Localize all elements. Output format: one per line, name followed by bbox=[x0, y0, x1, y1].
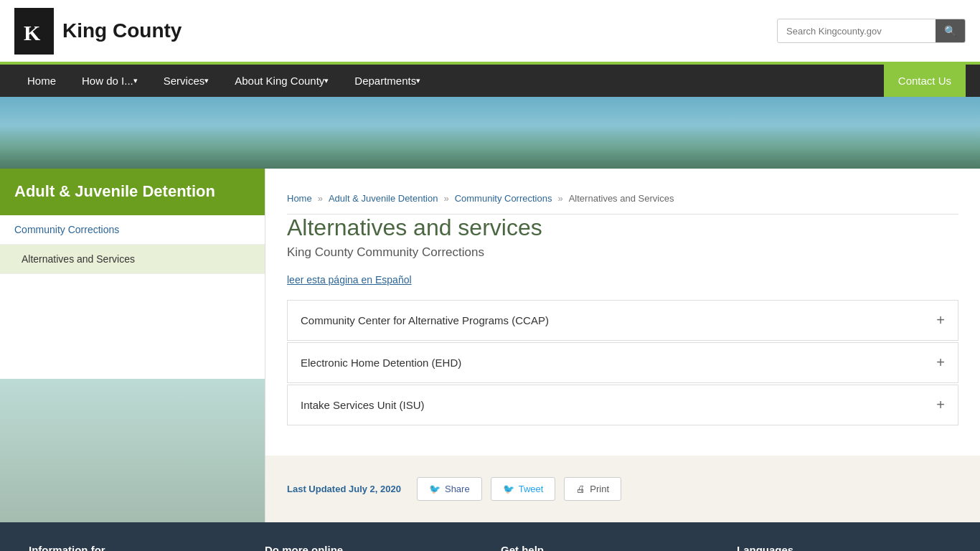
page-title: Alternatives and services bbox=[287, 215, 958, 241]
content-inner: Home » Adult & Juvenile Detention » Comm… bbox=[265, 169, 980, 456]
sidebar: Adult & Juvenile Detention Community Cor… bbox=[0, 169, 265, 522]
last-updated: Last Updated July 2, 2020 bbox=[287, 484, 401, 494]
search-button[interactable]: 🔍 bbox=[936, 19, 965, 42]
last-updated-date: July 2, 2020 bbox=[349, 484, 401, 494]
breadcrumb: Home » Adult & Juvenile Detention » Comm… bbox=[287, 183, 958, 214]
breadcrumb-detention[interactable]: Adult & Juvenile Detention bbox=[329, 193, 438, 204]
spanish-link[interactable]: leer esta página en Español bbox=[287, 274, 412, 286]
accordion-plus-ccap: + bbox=[936, 312, 945, 329]
sidebar-title: Adult & Juvenile Detention bbox=[0, 169, 265, 215]
footer-col-info: Information for Residents Businesses bbox=[29, 544, 243, 551]
logo-icon: K bbox=[14, 8, 54, 55]
accordion-title-ehd: Electronic Home Detention (EHD) bbox=[301, 357, 461, 369]
accordion-item-isu: Intake Services Unit (ISU) + bbox=[287, 385, 958, 425]
nav-how-do-i[interactable]: How do I... bbox=[69, 65, 151, 97]
accordion-plus-ehd: + bbox=[936, 354, 945, 371]
footer-actions: Last Updated July 2, 2020 🐦 Share 🐦 Twee… bbox=[265, 456, 980, 522]
footer-col-help-heading: Get help bbox=[501, 544, 715, 551]
main-layout: Adult & Juvenile Detention Community Cor… bbox=[0, 169, 980, 522]
sidebar-link-alternatives[interactable]: Alternatives and Services bbox=[0, 245, 265, 274]
share-label: Share bbox=[445, 484, 470, 494]
logo-text: King County bbox=[62, 19, 182, 42]
accordion-item-ccap: Community Center for Alternative Program… bbox=[287, 300, 958, 341]
footer-col-info-heading: Information for bbox=[29, 544, 243, 551]
facebook-icon: 🐦 bbox=[429, 484, 440, 494]
accordion-title-ccap: Community Center for Alternative Program… bbox=[301, 314, 549, 326]
search-input[interactable] bbox=[778, 21, 936, 42]
nav-departments[interactable]: Departments bbox=[341, 65, 433, 97]
breadcrumb-sep-1: » bbox=[318, 193, 323, 204]
accordion-plus-isu: + bbox=[936, 397, 945, 413]
breadcrumb-home[interactable]: Home bbox=[287, 193, 312, 204]
breadcrumb-sep-3: » bbox=[557, 193, 562, 204]
svg-text:K: K bbox=[24, 21, 41, 44]
last-updated-label: Last Updated bbox=[287, 484, 346, 494]
site-footer: Information for Residents Businesses Do … bbox=[0, 522, 980, 551]
print-icon: 🖨 bbox=[576, 484, 585, 494]
accordion-header-ccap[interactable]: Community Center for Alternative Program… bbox=[288, 301, 958, 340]
print-label: Print bbox=[590, 484, 609, 494]
twitter-icon: 🐦 bbox=[503, 484, 514, 494]
main-nav: Home How do I... Services About King Cou… bbox=[0, 65, 980, 97]
footer-col-online: Do more online Trip Planner Property tax… bbox=[265, 544, 479, 551]
footer-col-languages-heading: Languages bbox=[737, 544, 951, 551]
accordion-title-isu: Intake Services Unit (ISU) bbox=[301, 399, 425, 411]
tweet-label: Tweet bbox=[519, 484, 544, 494]
tweet-button[interactable]: 🐦 Tweet bbox=[491, 477, 556, 501]
sidebar-bg-image bbox=[0, 379, 265, 522]
site-header: K King County 🔍 bbox=[0, 0, 980, 65]
nav-cta[interactable]: Contact Us bbox=[884, 65, 966, 97]
breadcrumb-corrections[interactable]: Community Corrections bbox=[455, 193, 552, 204]
nav-home[interactable]: Home bbox=[14, 65, 69, 97]
page-subtitle: King County Community Corrections bbox=[287, 245, 958, 260]
breadcrumb-current: Alternatives and Services bbox=[569, 193, 674, 204]
nav-services[interactable]: Services bbox=[151, 65, 222, 97]
content-area: Home » Adult & Juvenile Detention » Comm… bbox=[265, 169, 980, 522]
footer-col-online-heading: Do more online bbox=[265, 544, 479, 551]
footer-col-help: Get help Contact us ✉ Customer service bbox=[501, 544, 715, 551]
accordion-header-isu[interactable]: Intake Services Unit (ISU) + bbox=[288, 385, 958, 425]
search-bar: 🔍 bbox=[777, 19, 966, 43]
sidebar-item-community-corrections[interactable]: Community Corrections bbox=[0, 215, 265, 245]
sidebar-nav: Community Corrections Alternatives and S… bbox=[0, 215, 265, 274]
nav-about[interactable]: About King County bbox=[222, 65, 341, 97]
sidebar-link-community-corrections[interactable]: Community Corrections bbox=[0, 215, 265, 245]
footer-grid: Information for Residents Businesses Do … bbox=[29, 544, 951, 551]
sidebar-item-alternatives[interactable]: Alternatives and Services bbox=[0, 245, 265, 274]
hero-banner bbox=[0, 97, 980, 169]
accordion-header-ehd[interactable]: Electronic Home Detention (EHD) + bbox=[288, 343, 958, 382]
logo-area: K King County bbox=[14, 8, 182, 55]
accordion-item-ehd: Electronic Home Detention (EHD) + bbox=[287, 342, 958, 383]
breadcrumb-sep-2: » bbox=[443, 193, 448, 204]
print-button[interactable]: 🖨 Print bbox=[564, 477, 621, 501]
share-facebook-button[interactable]: 🐦 Share bbox=[417, 477, 482, 501]
footer-col-languages: Languages En Español bbox=[737, 544, 951, 551]
